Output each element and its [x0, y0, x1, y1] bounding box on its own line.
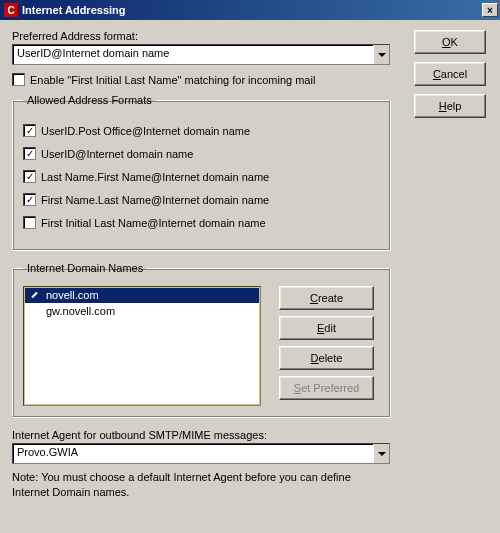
domain-names-legend: Internet Domain Names: [23, 262, 147, 274]
pref-format-label: Preferred Address format:: [12, 30, 390, 42]
titlebar: C Internet Addressing ×: [0, 0, 500, 20]
format-checkbox[interactable]: [23, 216, 36, 229]
close-button[interactable]: ×: [482, 3, 498, 17]
delete-button[interactable]: Delete: [279, 346, 374, 370]
enable-matching-label: Enable "First Initial Last Name" matchin…: [30, 74, 315, 86]
chevron-down-icon[interactable]: [373, 444, 389, 463]
domain-names-group: Internet Domain Names novell.com gw.nove…: [12, 262, 390, 417]
agent-value: Provo.GWIA: [13, 444, 373, 463]
format-label: Last Name.First Name@Internet domain nam…: [41, 171, 269, 183]
agent-label: Internet Agent for outbound SMTP/MIME me…: [12, 429, 390, 441]
edit-button[interactable]: Edit: [279, 316, 374, 340]
app-icon: C: [4, 3, 18, 17]
format-label: First Name.Last Name@Internet domain nam…: [41, 194, 269, 206]
pref-format-value: UserID@Internet domain name: [13, 45, 373, 64]
format-checkbox[interactable]: ✓: [23, 170, 36, 183]
chevron-down-icon[interactable]: [373, 45, 389, 64]
ok-button[interactable]: OK: [414, 30, 486, 54]
format-label: First Initial Last Name@Internet domain …: [41, 217, 266, 229]
help-button[interactable]: Help: [414, 94, 486, 118]
format-checkbox[interactable]: ✓: [23, 124, 36, 137]
format-label: UserID.Post Office@Internet domain name: [41, 125, 250, 137]
pencil-icon: [30, 290, 40, 300]
format-checkbox[interactable]: ✓: [23, 147, 36, 160]
list-item[interactable]: gw.novell.com: [24, 303, 260, 319]
domain-item-label: gw.novell.com: [46, 305, 115, 317]
list-item[interactable]: novell.com: [24, 287, 260, 303]
format-checkbox[interactable]: ✓: [23, 193, 36, 206]
cancel-button[interactable]: Cancel: [414, 62, 486, 86]
domain-listbox[interactable]: novell.com gw.novell.com: [23, 286, 261, 406]
set-preferred-button[interactable]: Set Preferred: [279, 376, 374, 400]
window-title: Internet Addressing: [22, 4, 126, 16]
format-label: UserID@Internet domain name: [41, 148, 193, 160]
domain-item-label: novell.com: [46, 289, 99, 301]
create-button[interactable]: Create: [279, 286, 374, 310]
agent-dropdown[interactable]: Provo.GWIA: [12, 443, 390, 464]
allowed-formats-legend: Allowed Address Formats: [23, 94, 156, 106]
pref-format-dropdown[interactable]: UserID@Internet domain name: [12, 44, 390, 65]
enable-matching-checkbox[interactable]: [12, 73, 25, 86]
note-text: Note: You must choose a default Internet…: [12, 470, 390, 500]
allowed-formats-group: Allowed Address Formats ✓UserID.Post Off…: [12, 94, 390, 250]
